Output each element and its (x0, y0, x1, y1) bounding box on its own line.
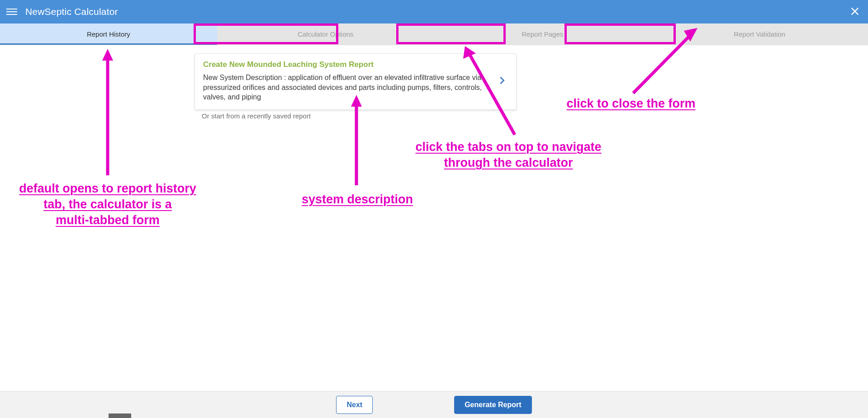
close-button[interactable] (850, 6, 860, 18)
create-report-card[interactable]: Create New Mounded Leaching System Repor… (194, 53, 517, 110)
tab-bar: Report History Calculator Options Report… (0, 23, 868, 45)
tab-label: Report Validation (734, 30, 785, 38)
content-area: Create New Mounded Leaching System Repor… (0, 45, 868, 391)
chevron-right-icon (497, 75, 507, 87)
tab-report-validation[interactable]: Report Validation (651, 23, 868, 45)
tab-label: Report History (87, 30, 130, 38)
next-button[interactable]: Next (336, 396, 373, 414)
menu-icon[interactable] (6, 6, 17, 17)
generate-report-button[interactable]: Generate Report (454, 396, 531, 414)
app-title: NewSeptic Calculator (25, 6, 118, 17)
button-label: Generate Report (465, 401, 521, 409)
app-bar: NewSeptic Calculator (0, 0, 868, 23)
button-label: Next (346, 401, 362, 409)
recent-reports-label: Or start from a recently saved report (202, 112, 311, 120)
tab-label: Calculator Options (298, 30, 353, 38)
tab-label: Report Pages (522, 30, 564, 38)
card-title: Create New Mounded Leaching System Repor… (203, 60, 508, 69)
tab-report-pages[interactable]: Report Pages (434, 23, 651, 45)
tab-report-history[interactable]: Report History (0, 23, 217, 45)
tab-calculator-options[interactable]: Calculator Options (217, 23, 434, 45)
decorative-stub (109, 413, 131, 418)
close-icon (850, 6, 860, 16)
card-body: New System Description : application of … (203, 73, 508, 102)
